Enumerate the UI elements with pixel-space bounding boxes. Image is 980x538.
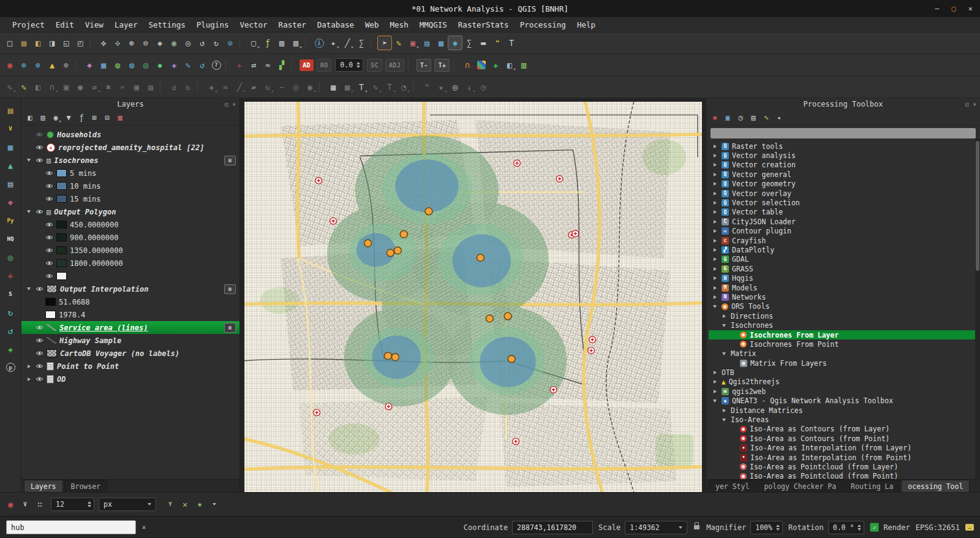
toolbox-item-iso-area-as-contours-from-point[interactable]: Iso-Area as Contours (from Point) — [709, 434, 980, 443]
toolbar2-add-layer-green-icon[interactable]: ✚ — [489, 58, 502, 72]
toolbox-item-vector-overlay[interactable]: QVector overlay — [709, 189, 980, 198]
toolbar3-delete-selected-icon[interactable]: ✖ — [102, 80, 115, 94]
toolbar1-select-by-location-icon[interactable]: ▧ — [289, 36, 303, 50]
toolbar1-pan-map-icon[interactable]: ✜ — [97, 36, 110, 50]
layer-row-1800-0000000[interactable]: 1800.0000000 — [21, 257, 239, 270]
layers-close-icon[interactable]: ✕ — [233, 101, 236, 107]
hospital-cross-marker[interactable] — [385, 403, 392, 410]
leftdock-add-mesh-layer-icon[interactable]: ▲ — [3, 158, 18, 172]
toolbar1-zoom-full-extent-icon[interactable]: ◈ — [153, 36, 167, 50]
toolbar1-zoom-to-selection-icon[interactable]: ◉ — [167, 36, 181, 50]
toolbar1-zoom-next-icon[interactable]: ↻ — [209, 36, 223, 50]
toolbar3-reshape-features-icon[interactable]: ≈ — [219, 80, 232, 94]
layer-row-output-interpolation[interactable]: Output Interpolation▦ — [21, 282, 239, 295]
menu-mesh[interactable]: Mesh — [385, 19, 413, 31]
tab-pology-checker-pa[interactable]: pology Checker Pa — [757, 480, 843, 492]
menu-layer[interactable]: Layer — [110, 19, 143, 31]
toolbar2-help-contents-icon[interactable]: ? — [209, 58, 223, 72]
toolbar3-cut-features-icon[interactable]: ✂ — [116, 80, 129, 94]
snapping-snap-options-icon[interactable] — [208, 498, 221, 511]
render-checkbox[interactable]: ✓ — [870, 523, 879, 532]
layer-visibility-eye-icon[interactable] — [36, 363, 43, 369]
leftdock-add-delimited-text-icon[interactable]: ▤ — [3, 176, 18, 191]
leftdock-add-green-icon[interactable]: ✚ — [3, 342, 18, 356]
toolbar2-world-overview-icon[interactable]: ◍ — [125, 58, 138, 72]
layer-visibility-eye-icon[interactable] — [36, 209, 43, 214]
toolbox-item-hqgis[interactable]: HHqgis — [709, 273, 980, 282]
toolbox-item-iso-area-as-pointcloud-from-layer[interactable]: Iso-Area as Pointcloud (from Layer) — [709, 462, 980, 471]
toolbar1-raster-calculator-icon[interactable]: ▦ — [434, 36, 448, 50]
toolbar2-text-bigger[interactable]: T+ — [434, 59, 450, 72]
toolbox-item-networks[interactable]: NNetworks — [709, 292, 980, 301]
collapse-arrow-icon[interactable] — [27, 159, 31, 162]
layer-visibility-eye-icon[interactable] — [45, 196, 53, 202]
layer-row-output-polygon[interactable]: ▤Output Polygon — [21, 205, 239, 218]
layer-visibility-eye-icon[interactable] — [45, 273, 53, 279]
snap-unit-combo[interactable]: px — [99, 498, 156, 511]
toolbar2-osm-tools-icon[interactable]: ◍ — [111, 58, 124, 72]
layer-visibility-eye-icon[interactable] — [36, 132, 43, 137]
toolbox-item-gdal[interactable]: GGDAL — [709, 255, 980, 264]
toolbar3-split-features-icon[interactable]: ╱ — [233, 80, 246, 94]
toolbar1-zoom-in-icon[interactable]: ⊕ — [125, 36, 138, 50]
menu-vector[interactable]: Vector — [235, 19, 272, 31]
processing-history-icon[interactable]: ◷ — [734, 112, 747, 124]
toolbar3-current-edits-icon[interactable]: ✎ — [3, 80, 17, 94]
hospital-cross-marker[interactable] — [314, 409, 320, 416]
layer-row-900-0000000[interactable]: 900.0000000 — [21, 231, 239, 244]
layer-row-households[interactable]: Households — [21, 128, 239, 141]
toolbar3-add-ring-icon[interactable]: ◎ — [289, 80, 303, 94]
processing-options-icon[interactable]: ✦ — [773, 112, 785, 124]
toolbox-item-raster-tools[interactable]: QRaster tools — [709, 142, 980, 151]
toolbox-item-vector-creation[interactable]: QVector creation — [709, 161, 980, 170]
leftdock-add-vector-layer-icon[interactable]: V — [3, 121, 18, 135]
tab-ocessing-tool[interactable]: ocessing Tool — [901, 480, 970, 492]
layer-row-15-mins[interactable]: 15 mins — [21, 192, 239, 205]
layers-add-group-icon[interactable]: ▤ — [37, 112, 49, 124]
toolbar3-move-feature-icon[interactable]: ⇄ — [88, 80, 101, 94]
toolbar3-redo-edit-icon[interactable]: ↻ — [181, 80, 195, 94]
toolbar2-histogram-stretch-icon[interactable]: ▥ — [517, 58, 530, 72]
layer-row-item[interactable] — [21, 270, 239, 282]
toolbar3-map-tips-2-icon[interactable]: ❝ — [420, 80, 434, 94]
snapping-snap-edit-mode-icon[interactable]: V — [18, 498, 32, 511]
toolbar1-paste-as-icon[interactable]: ▣ — [406, 36, 420, 50]
hospital-cross-marker[interactable] — [513, 438, 519, 445]
layer-indicator-badge[interactable]: ▦ — [224, 323, 236, 333]
leftdock-osm-place-search-icon[interactable]: ◎ — [3, 250, 18, 264]
menu-project[interactable]: Project — [7, 19, 50, 31]
leftdock-data-source-manager-icon[interactable]: ▤ — [3, 103, 18, 117]
hospital-cluster-marker[interactable] — [364, 240, 372, 247]
processing-model-designer-icon[interactable]: ▣ — [722, 112, 734, 124]
hospital-cross-marker[interactable] — [588, 347, 595, 354]
hospital-cross-marker[interactable] — [550, 387, 557, 393]
menu-view[interactable]: View — [80, 19, 108, 31]
hospital-cross-marker[interactable] — [589, 336, 596, 343]
toolbox-item-crayfish[interactable]: cCrayfish — [709, 236, 980, 245]
toolbar3-nominatim-locator-icon[interactable]: ◎ — [448, 80, 462, 94]
toolbar3-rotate-feature-icon[interactable]: ↻ — [261, 80, 274, 94]
toolbar2-metasearch-icon[interactable]: ⊕ — [17, 58, 31, 72]
toolbar3-toggle-editing-2-icon[interactable]: ✎ — [17, 80, 31, 94]
toolbox-item-directions[interactable]: Directions — [709, 311, 980, 320]
toolbox-item-otb[interactable]: OTB — [709, 368, 980, 377]
toolbox-item-iso-area-as-interpolation-from-layer[interactable]: •Iso-Area as Interpolation (from Layer) — [709, 444, 980, 453]
toolbar1-open-attribute-table-icon[interactable]: ▤ — [420, 36, 434, 50]
toolbar2-ors-tools-btn-icon[interactable]: ∩ — [461, 58, 474, 72]
toolbar1-select-features-icon[interactable]: ▢ — [247, 36, 260, 50]
leftdock-python-console-icon[interactable]: Py — [3, 213, 18, 227]
toolbar1-zoom-last-icon[interactable]: ↺ — [195, 36, 209, 50]
toolbar2-text-smaller[interactable]: T- — [417, 59, 432, 72]
toolbar1-select-tool-icon[interactable]: ➤ — [378, 36, 391, 50]
layers-open-layer-styling-icon[interactable]: ◧ — [24, 112, 36, 124]
close-button[interactable]: ✕ — [968, 4, 973, 13]
toolbar1-zoom-out-icon[interactable]: ⊖ — [139, 36, 153, 50]
toolbar1-show-statistics-icon[interactable]: ∑ — [462, 36, 476, 50]
toolbar2-globe-plugin-icon[interactable]: ⊕ — [59, 58, 73, 72]
toolbar1-open-project-icon[interactable]: ▤ — [17, 36, 31, 50]
toolbar3-simplify-feature-icon[interactable]: ∼ — [275, 80, 288, 94]
layers-expand-all-icon[interactable]: ⊞ — [88, 112, 100, 124]
hospital-cross-marker[interactable] — [556, 176, 563, 183]
toolbar2-digitize-with-segment-icon[interactable]: ◉ — [3, 58, 17, 72]
toolbar1-processing-toolbox-btn-icon[interactable]: ✱ — [448, 36, 462, 50]
